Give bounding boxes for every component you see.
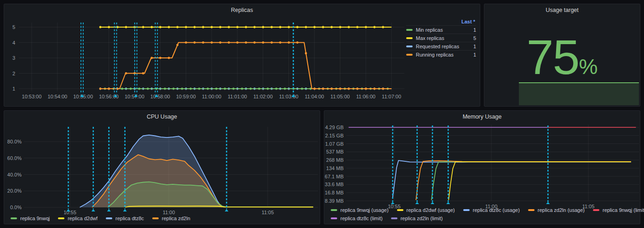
- panel-cpu-usage: CPU Usage 0.0%20.0%40.0%60.0%80.0%10:551…: [4, 110, 320, 224]
- annotation-flag-icon: [107, 209, 111, 211]
- svg-text:5: 5: [12, 24, 15, 30]
- replicas-legend-item[interactable]: Running replicas1: [406, 50, 476, 58]
- series-label[interactable]: Requested replicas: [416, 44, 473, 49]
- legend-item[interactable]: replica dtz8c (limit): [331, 216, 383, 221]
- svg-text:8.39 MB: 8.39 MB: [325, 198, 344, 204]
- panel-usage-target-title[interactable]: Usage target: [484, 4, 640, 16]
- usage-target-gauge: 75%: [484, 16, 640, 106]
- series-label[interactable]: Max replicas: [416, 35, 473, 41]
- series-label[interactable]: replica d2dwf: [68, 216, 98, 221]
- svg-text:0.0%: 0.0%: [10, 205, 22, 210]
- svg-text:4: 4: [12, 40, 15, 46]
- annotation-flag-icon: [415, 202, 419, 204]
- legend-item[interactable]: replica zd2ln (limit): [391, 216, 443, 221]
- cpu-usage-chart[interactable]: 0.0%20.0%40.0%60.0%80.0%10:5511:0011:05: [4, 121, 320, 217]
- series-label[interactable]: replica zd2ln (usage): [538, 207, 585, 213]
- series-color-swatch-icon: [406, 37, 413, 39]
- series-label[interactable]: replica dtz8c: [115, 216, 144, 221]
- svg-text:10:55: 10:55: [63, 210, 76, 215]
- series-label[interactable]: replica 9nwqj: [20, 216, 50, 221]
- svg-text:3: 3: [12, 55, 15, 61]
- svg-text:537 MB: 537 MB: [326, 149, 344, 154]
- series-color-swatch-icon: [106, 217, 112, 219]
- svg-text:11:05:00: 11:05:00: [330, 94, 350, 99]
- series-color-swatch-icon: [11, 217, 17, 219]
- replicas-legend-item[interactable]: Requested replicas1: [406, 42, 476, 50]
- svg-text:1.07 GB: 1.07 GB: [325, 141, 344, 147]
- svg-text:10:54:00: 10:54:00: [47, 94, 67, 99]
- series-color-swatch-icon: [331, 209, 337, 211]
- usage-target-value: 75%: [484, 33, 640, 81]
- annotation-flag-icon: [123, 209, 127, 211]
- series-label[interactable]: replica zd2ln: [162, 216, 190, 221]
- legend-item[interactable]: replica d2dwf: [58, 216, 98, 221]
- usage-target-bar: [519, 82, 639, 105]
- series-label[interactable]: replica 9nwqj (usage): [340, 207, 389, 213]
- svg-text:16.8 MB: 16.8 MB: [325, 190, 344, 195]
- legend-item[interactable]: replica dtz8c: [106, 216, 144, 221]
- series-label[interactable]: replica dtz8c (usage): [473, 207, 520, 213]
- svg-text:134 MB: 134 MB: [326, 165, 344, 171]
- legend-item[interactable]: replica zd2ln (usage): [528, 207, 585, 213]
- panel-usage-target: Usage target 75%: [484, 4, 640, 107]
- annotation-flag-icon: [92, 209, 95, 211]
- series-label[interactable]: Min replicas: [416, 27, 473, 33]
- svg-text:10:58:00: 10:58:00: [150, 94, 170, 99]
- svg-text:11:06:00: 11:06:00: [356, 94, 375, 99]
- legend-item[interactable]: replica dtz8c (usage): [463, 207, 520, 213]
- annotation-flag-icon: [446, 202, 450, 204]
- annotation-flag-icon: [431, 202, 434, 204]
- series-last-value: 1: [473, 52, 476, 57]
- series-last-value: 5: [473, 35, 476, 41]
- memory-legend-row-1: replica 9nwqj (usage)replica d2dwf (usag…: [331, 207, 644, 213]
- replicas-legend-item[interactable]: Max replicas5: [406, 34, 476, 42]
- panel-replicas-title[interactable]: Replicas: [4, 4, 480, 16]
- svg-text:11:05: 11:05: [262, 210, 274, 215]
- svg-text:80.0%: 80.0%: [7, 139, 22, 144]
- usage-target-number: 75: [527, 30, 579, 84]
- series-color-swatch-icon: [528, 209, 535, 211]
- series-color-swatch-icon: [331, 217, 337, 219]
- grid-lines: [19, 23, 404, 91]
- series-lines: [349, 127, 636, 200]
- annotation-markers: [391, 125, 550, 204]
- svg-text:2.15 GB: 2.15 GB: [325, 133, 344, 138]
- series-label[interactable]: replica zd2ln (limit): [401, 216, 443, 221]
- svg-text:10:53:00: 10:53:00: [22, 94, 42, 99]
- annotation-flag-icon: [391, 202, 395, 204]
- svg-text:20.0%: 20.0%: [7, 188, 22, 194]
- series-color-swatch-icon: [406, 54, 413, 56]
- panel-replicas: Replicas 1234510:53:0010:54:0010:55:0010…: [4, 4, 480, 107]
- legend-item[interactable]: replica 9nwqj (usage): [331, 207, 389, 213]
- series-color-swatch-icon: [406, 29, 413, 31]
- svg-text:1: 1: [12, 86, 15, 91]
- replicas-legend-item[interactable]: Min replicas1: [406, 25, 476, 34]
- legend-item[interactable]: replica zd2ln: [152, 216, 190, 221]
- svg-text:33.6 MB: 33.6 MB: [325, 182, 344, 187]
- legend-item[interactable]: replica 9nwqj (limit): [593, 207, 644, 213]
- replicas-legend: Last * Min replicas1Max replicas5Request…: [406, 19, 476, 58]
- svg-text:2: 2: [12, 71, 15, 76]
- svg-text:268 MB: 268 MB: [326, 157, 344, 163]
- annotation-flag-icon: [546, 202, 550, 204]
- grid-lines: [346, 125, 639, 201]
- cpu-legend: replica 9nwqjreplica d2dwfreplica dtz8cr…: [11, 216, 190, 221]
- legend-item[interactable]: replica d2dwf (usage): [397, 207, 455, 213]
- replicas-legend-last-header[interactable]: Last *: [406, 19, 476, 25]
- legend-item[interactable]: replica 9nwqj: [11, 216, 50, 221]
- svg-text:11:01:00: 11:01:00: [228, 94, 247, 99]
- memory-usage-chart[interactable]: 8.39 MB16.8 MB33.6 MB67.1 MB134 MB268 MB…: [324, 121, 640, 211]
- series-color-swatch-icon: [152, 217, 159, 219]
- series-label[interactable]: replica d2dwf (usage): [407, 207, 455, 213]
- annotation-flag-icon: [225, 209, 229, 211]
- series-label[interactable]: replica 9nwqj (limit): [603, 207, 644, 213]
- memory-legend-row-2: replica dtz8c (limit)replica zd2ln (limi…: [331, 216, 443, 221]
- series-label[interactable]: Running replicas: [416, 52, 473, 57]
- svg-text:67.1 MB: 67.1 MB: [325, 174, 344, 179]
- series-color-swatch-icon: [406, 46, 413, 47]
- series-color-swatch-icon: [58, 217, 64, 219]
- svg-text:60.0%: 60.0%: [7, 155, 22, 161]
- svg-text:11:02:00: 11:02:00: [253, 94, 273, 99]
- series-label[interactable]: replica dtz8c (limit): [340, 216, 383, 221]
- svg-text:11:00: 11:00: [163, 210, 175, 215]
